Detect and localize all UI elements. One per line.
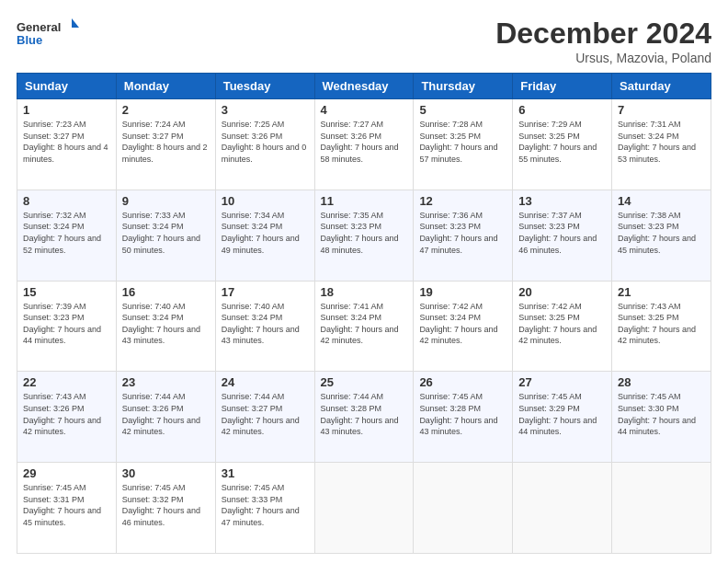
day-number: 11 [321,194,408,208]
header-sunday: Sunday [17,74,117,99]
day-info: Sunrise: 7:36 AM Sunset: 3:23 PM Dayligh… [419,210,506,256]
calendar-cell: 9 Sunrise: 7:33 AM Sunset: 3:24 PM Dayli… [116,190,215,281]
calendar-cell: 28 Sunrise: 7:45 AM Sunset: 3:30 PM Dayl… [612,372,711,463]
calendar-cell: 29 Sunrise: 7:45 AM Sunset: 3:31 PM Dayl… [17,463,117,554]
page: General Blue December 2024 Ursus, Mazovi… [0,0,728,563]
day-number: 19 [419,285,506,299]
week-row-5: 29 Sunrise: 7:45 AM Sunset: 3:31 PM Dayl… [17,463,711,554]
day-info: Sunrise: 7:31 AM Sunset: 3:24 PM Dayligh… [618,119,705,165]
calendar-cell: 18 Sunrise: 7:41 AM Sunset: 3:24 PM Dayl… [314,281,414,372]
week-row-1: 1 Sunrise: 7:23 AM Sunset: 3:27 PM Dayli… [17,99,711,190]
day-info: Sunrise: 7:33 AM Sunset: 3:24 PM Dayligh… [122,210,210,256]
day-info: Sunrise: 7:45 AM Sunset: 3:29 PM Dayligh… [518,391,606,437]
calendar-cell: 4 Sunrise: 7:27 AM Sunset: 3:26 PM Dayli… [314,99,414,190]
day-number: 15 [23,285,110,299]
day-number: 2 [122,103,210,117]
day-number: 18 [321,285,408,299]
day-number: 29 [23,466,110,480]
calendar-header-row: Sunday Monday Tuesday Wednesday Thursday… [17,74,711,99]
header-thursday: Thursday [414,74,513,99]
day-info: Sunrise: 7:45 AM Sunset: 3:32 PM Dayligh… [122,482,210,528]
day-number: 5 [419,103,506,117]
day-number: 31 [222,466,309,480]
day-info: Sunrise: 7:25 AM Sunset: 3:26 PM Dayligh… [222,119,309,165]
header-saturday: Saturday [612,74,711,99]
calendar-cell: 11 Sunrise: 7:35 AM Sunset: 3:23 PM Dayl… [314,190,414,281]
day-number: 6 [518,103,606,117]
logo: General Blue [17,17,81,52]
day-number: 20 [518,285,606,299]
day-number: 30 [122,466,210,480]
calendar-cell: 20 Sunrise: 7:42 AM Sunset: 3:25 PM Dayl… [513,281,612,372]
day-info: Sunrise: 7:42 AM Sunset: 3:24 PM Dayligh… [419,301,506,347]
calendar-cell: 6 Sunrise: 7:29 AM Sunset: 3:25 PM Dayli… [513,99,612,190]
calendar-cell: 15 Sunrise: 7:39 AM Sunset: 3:23 PM Dayl… [17,281,117,372]
calendar-cell: 8 Sunrise: 7:32 AM Sunset: 3:24 PM Dayli… [17,190,117,281]
week-row-2: 8 Sunrise: 7:32 AM Sunset: 3:24 PM Dayli… [17,190,711,281]
day-number: 16 [122,285,210,299]
day-number: 26 [419,375,506,389]
day-number: 25 [321,375,408,389]
day-info: Sunrise: 7:39 AM Sunset: 3:23 PM Dayligh… [23,301,110,347]
day-number: 23 [122,375,210,389]
logo-svg: General Blue [17,17,81,52]
calendar-cell: 17 Sunrise: 7:40 AM Sunset: 3:24 PM Dayl… [215,281,314,372]
day-info: Sunrise: 7:42 AM Sunset: 3:25 PM Dayligh… [518,301,606,347]
day-info: Sunrise: 7:44 AM Sunset: 3:28 PM Dayligh… [321,391,408,437]
day-number: 24 [222,375,309,389]
calendar-cell: 3 Sunrise: 7:25 AM Sunset: 3:26 PM Dayli… [215,99,314,190]
day-number: 28 [618,375,705,389]
day-number: 9 [122,194,210,208]
day-info: Sunrise: 7:45 AM Sunset: 3:28 PM Dayligh… [419,391,506,437]
calendar-cell [612,463,711,554]
calendar-cell: 2 Sunrise: 7:24 AM Sunset: 3:27 PM Dayli… [116,99,215,190]
title-section: December 2024 Ursus, Mazovia, Poland [495,17,711,65]
day-info: Sunrise: 7:32 AM Sunset: 3:24 PM Dayligh… [23,210,110,256]
day-number: 22 [23,375,110,389]
day-info: Sunrise: 7:44 AM Sunset: 3:26 PM Dayligh… [122,391,210,437]
day-info: Sunrise: 7:43 AM Sunset: 3:26 PM Dayligh… [23,391,110,437]
day-info: Sunrise: 7:34 AM Sunset: 3:24 PM Dayligh… [222,210,309,256]
day-info: Sunrise: 7:28 AM Sunset: 3:25 PM Dayligh… [419,119,506,165]
svg-text:General: General [17,20,61,34]
calendar-cell: 26 Sunrise: 7:45 AM Sunset: 3:28 PM Dayl… [414,372,513,463]
day-number: 4 [321,103,408,117]
day-number: 17 [222,285,309,299]
day-number: 13 [518,194,606,208]
calendar-cell: 16 Sunrise: 7:40 AM Sunset: 3:24 PM Dayl… [116,281,215,372]
svg-marker-2 [72,18,79,28]
svg-text:Blue: Blue [17,33,42,47]
calendar-cell: 22 Sunrise: 7:43 AM Sunset: 3:26 PM Dayl… [17,372,117,463]
calendar-cell: 21 Sunrise: 7:43 AM Sunset: 3:25 PM Dayl… [612,281,711,372]
day-info: Sunrise: 7:45 AM Sunset: 3:31 PM Dayligh… [23,482,110,528]
day-info: Sunrise: 7:24 AM Sunset: 3:27 PM Dayligh… [122,119,210,165]
calendar-table: Sunday Monday Tuesday Wednesday Thursday… [17,73,711,554]
day-info: Sunrise: 7:45 AM Sunset: 3:33 PM Dayligh… [222,482,309,528]
top-section: General Blue December 2024 Ursus, Mazovi… [17,17,711,65]
calendar-cell [314,463,414,554]
day-info: Sunrise: 7:40 AM Sunset: 3:24 PM Dayligh… [122,301,210,347]
calendar-cell [513,463,612,554]
day-info: Sunrise: 7:40 AM Sunset: 3:24 PM Dayligh… [222,301,309,347]
header-wednesday: Wednesday [314,74,414,99]
day-number: 7 [618,103,705,117]
header-friday: Friday [513,74,612,99]
calendar-cell: 25 Sunrise: 7:44 AM Sunset: 3:28 PM Dayl… [314,372,414,463]
calendar-cell: 27 Sunrise: 7:45 AM Sunset: 3:29 PM Dayl… [513,372,612,463]
calendar-cell: 23 Sunrise: 7:44 AM Sunset: 3:26 PM Dayl… [116,372,215,463]
day-number: 21 [618,285,705,299]
day-info: Sunrise: 7:38 AM Sunset: 3:23 PM Dayligh… [618,210,705,256]
calendar-cell: 13 Sunrise: 7:37 AM Sunset: 3:23 PM Dayl… [513,190,612,281]
day-info: Sunrise: 7:44 AM Sunset: 3:27 PM Dayligh… [222,391,309,437]
day-number: 27 [518,375,606,389]
day-info: Sunrise: 7:29 AM Sunset: 3:25 PM Dayligh… [518,119,606,165]
calendar-cell: 5 Sunrise: 7:28 AM Sunset: 3:25 PM Dayli… [414,99,513,190]
day-number: 14 [618,194,705,208]
calendar-cell [414,463,513,554]
day-info: Sunrise: 7:37 AM Sunset: 3:23 PM Dayligh… [518,210,606,256]
calendar-cell: 19 Sunrise: 7:42 AM Sunset: 3:24 PM Dayl… [414,281,513,372]
day-number: 12 [419,194,506,208]
calendar-cell: 10 Sunrise: 7:34 AM Sunset: 3:24 PM Dayl… [215,190,314,281]
calendar-cell: 1 Sunrise: 7:23 AM Sunset: 3:27 PM Dayli… [17,99,117,190]
calendar-cell: 7 Sunrise: 7:31 AM Sunset: 3:24 PM Dayli… [612,99,711,190]
